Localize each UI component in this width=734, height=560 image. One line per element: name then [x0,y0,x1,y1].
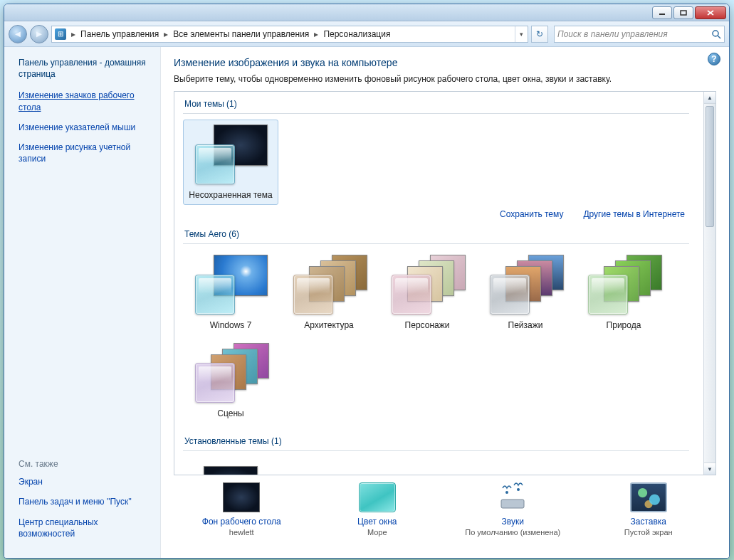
theme-label: Природа [577,320,671,330]
chevron-right-icon[interactable]: ▸ [312,29,320,39]
breadcrumb[interactable]: ⊞ ▸ Панель управления ▸ Все элементы пан… [51,26,528,43]
theme-label: Пейзажи [478,320,572,330]
theme-label: Несохраненная тема [184,190,278,200]
theme-item-architecture[interactable]: Архитектура [281,250,377,335]
group-label-aero: Темы Aero (6) [184,229,689,239]
chevron-right-icon[interactable]: ▸ [162,29,170,39]
theme-item-windows7[interactable]: Windows 7 [183,250,278,335]
navigation-bar: ◄ ► ⊞ ▸ Панель управления ▸ Все элементы… [4,21,729,47]
theme-item-scenes[interactable]: Сцены [183,338,278,423]
settings-row: Фон рабочего стола hewlett Цвет окна Мор… [174,475,716,537]
sidebar-link-mouse-pointers[interactable]: Изменение указателей мыши [19,122,153,133]
chevron-right-icon[interactable]: ▸ [69,29,78,39]
setting-window-color[interactable]: Цвет окна Море [317,482,438,537]
search-placeholder: Поиск в панели управления [557,29,668,39]
screensaver-icon [630,482,667,512]
setting-sounds[interactable]: Звуки По умолчанию (изменена) [452,482,573,537]
svg-rect-4 [501,500,524,508]
theme-item-installed[interactable] [183,457,278,475]
titlebar [4,4,729,21]
theme-item-unsaved[interactable]: Несохраненная тема [183,120,278,205]
breadcrumb-seg-3[interactable]: Персонализация [320,26,393,42]
search-icon [711,29,721,39]
group-label-my-themes: Мои темы (1) [184,99,689,109]
svg-rect-1 [681,11,686,15]
svg-point-5 [505,491,508,494]
see-also-display[interactable]: Экран [19,476,153,487]
breadcrumb-dropdown[interactable]: ▾ [515,26,528,42]
scroll-up-button[interactable]: ▲ [704,92,715,104]
save-theme-link[interactable]: Сохранить тему [500,209,563,219]
forward-button[interactable]: ► [30,25,48,43]
theme-label: Windows 7 [184,320,278,330]
sidebar: Панель управления - домашняя страница Из… [4,47,161,558]
theme-label: Персонажи [380,320,474,330]
minimize-button[interactable] [652,6,672,19]
theme-label: Архитектура [282,320,376,330]
aero-glass-icon [490,275,530,315]
theme-item-nature[interactable]: Природа [576,250,671,335]
svg-line-3 [718,36,720,38]
aero-glass-icon [195,363,235,403]
group-label-installed: Установленные темы (1) [184,436,689,446]
see-also-ease-of-access[interactable]: Центр специальных возможностей [19,517,153,539]
scrollbar[interactable]: ▲ ▼ [703,92,715,475]
desktop-background-icon [223,482,260,512]
maximize-button[interactable] [673,6,693,19]
personalization-window: ◄ ► ⊞ ▸ Панель управления ▸ Все элементы… [4,4,730,559]
svg-point-6 [517,488,520,491]
scroll-thumb[interactable] [706,106,714,227]
control-panel-icon: ⊞ [55,28,66,40]
svg-point-2 [713,31,718,36]
more-themes-link[interactable]: Другие темы в Интернете [583,209,685,219]
aero-glass-icon [588,275,628,315]
close-button[interactable] [695,6,726,19]
scroll-down-button[interactable]: ▼ [704,463,715,475]
setting-screensaver[interactable]: Заставка Пустой экран [588,482,709,537]
breadcrumb-seg-1[interactable]: Панель управления [78,26,162,42]
themes-panel: Мои темы (1) Несохраненная тема Сохрани [174,91,716,475]
aero-glass-icon [293,275,333,315]
aero-glass-icon [195,275,235,315]
aero-glass-icon [392,275,431,315]
setting-desktop-background[interactable]: Фон рабочего стола hewlett [181,482,302,537]
sounds-icon [494,482,531,512]
sidebar-link-desktop-icons[interactable]: Изменение значков рабочего стола [19,90,153,112]
theme-item-characters[interactable]: Персонажи [379,250,475,335]
window-color-icon [359,482,396,512]
back-button[interactable]: ◄ [9,25,27,43]
sidebar-home-link[interactable]: Панель управления - домашняя страница [19,57,153,80]
sidebar-link-account-picture[interactable]: Изменение рисунка учетной записи [19,142,153,164]
theme-item-landscapes[interactable]: Пейзажи [478,250,573,335]
svg-rect-0 [659,14,665,15]
help-button[interactable]: ? [708,53,720,65]
main-content: ? Изменение изображения и звука на компь… [161,47,729,558]
page-description: Выберите тему, чтобы одновременно измени… [174,74,716,84]
refresh-button[interactable]: ↻ [531,26,548,43]
theme-label: Сцены [184,408,278,418]
breadcrumb-seg-2[interactable]: Все элементы панели управления [170,26,312,42]
search-input[interactable]: Поиск в панели управления [554,26,725,43]
see-also-taskbar[interactable]: Панель задач и меню ''Пуск'' [19,496,153,507]
aero-glass-icon [195,144,235,184]
page-title: Изменение изображения и звука на компьют… [174,57,716,68]
see-also-label: См. также [19,459,153,469]
